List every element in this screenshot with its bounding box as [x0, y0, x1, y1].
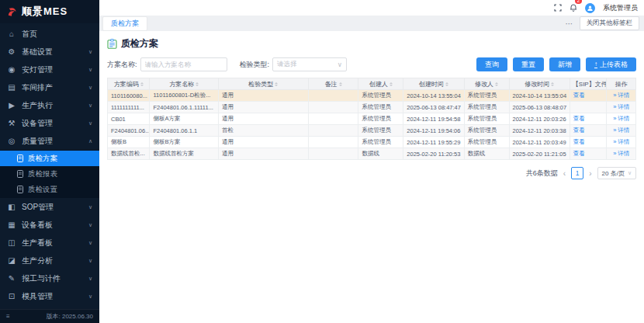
sort-caret-icon[interactable]: [140, 81, 144, 88]
sidebar-item-production-analysis[interactable]: ◪ 生产分析 ∨: [0, 252, 99, 269]
cell-remark: [308, 137, 358, 148]
inspection-plan-table: 方案编码 方案名称 检验类型 备注 创建人 创建时间 修改人 修改时间 【SIP…: [107, 78, 636, 160]
cell-name: 数据线首检方案: [150, 148, 219, 160]
detail-link[interactable]: 详情: [618, 115, 629, 122]
sidebar-item-label: 基础设置: [22, 47, 53, 57]
avatar[interactable]: [585, 3, 595, 13]
sidebar-item-mold[interactable]: ⊡ 模具管理 ∨: [0, 287, 99, 305]
next-page-icon[interactable]: ›: [589, 169, 591, 178]
sidebar-subitem-label: 质检设置: [28, 185, 57, 195]
sidebar-item-equipment-board[interactable]: ▦ 设备看板 ∨: [0, 216, 99, 234]
upload-icon: ↑: [594, 61, 597, 68]
tab-inspection-plan[interactable]: 质检方案: [102, 16, 147, 31]
cell-modifier: 系统管理员: [464, 113, 509, 125]
sidebar-subitem-inspection-plan[interactable]: 质检方案: [0, 151, 99, 166]
detail-link[interactable]: 详情: [618, 138, 629, 145]
detail-link[interactable]: 详情: [618, 92, 629, 99]
chevron-down-icon: ∨: [88, 293, 92, 300]
table-row[interactable]: 数据线首检... 数据线首检方案 通用 数据线 2025-02-20 11:20…: [108, 148, 636, 160]
sidebar-item-label: 生产看板: [22, 238, 53, 248]
sort-caret-icon[interactable]: [551, 81, 554, 88]
detail-link[interactable]: 详情: [618, 127, 629, 134]
table-row[interactable]: 侧板B 侧板B方案 通用 系统管理员 2024-12-11 19:55:29 系…: [108, 137, 636, 148]
cell-name: 11011600801-D检验...: [150, 90, 219, 102]
sidebar-item-equipment[interactable]: ⚒ 设备管理 ∨: [0, 114, 99, 132]
sidebar-item-base-settings[interactable]: ⚙ 基础设置 ∨: [0, 43, 99, 61]
page-number-button[interactable]: 1: [571, 167, 583, 179]
cell-name: 侧板A方案: [150, 113, 219, 125]
close-other-tabs-button[interactable]: 关闭其他标签栏: [580, 16, 640, 30]
inspection-type-label: 检验类型:: [240, 60, 270, 70]
sort-caret-icon[interactable]: [196, 81, 199, 88]
table-row[interactable]: CB01 侧板A方案 通用 系统管理员 2024-12-11 19:54:58 …: [108, 113, 636, 125]
sort-caret-icon[interactable]: [339, 81, 342, 88]
detail-arrow-icon: »: [613, 150, 616, 157]
table-row[interactable]: 1101160080... 11011600801-D检验... 通用 系统管理…: [108, 90, 636, 102]
sip-view-link[interactable]: 查看: [573, 127, 585, 134]
cell-remark: [308, 102, 358, 113]
cell-type: 首检: [218, 125, 308, 137]
col-header-code: 方案编码: [108, 78, 150, 90]
collapse-sidebar-icon[interactable]: ≡: [6, 313, 10, 320]
total-count-label: 共6条数据: [526, 168, 558, 179]
cell-modified: 2024-12-11 20:03:38: [509, 125, 570, 137]
cell-type: 通用: [218, 137, 308, 148]
chevron-down-icon: ∨: [88, 222, 92, 228]
sort-caret-icon[interactable]: [390, 81, 393, 88]
cell-created: 2024-12-11 19:54:06: [403, 125, 464, 137]
table-row[interactable]: 1111111111... F2404801.06.1.11111... 通用 …: [108, 102, 636, 113]
cell-type: 通用: [218, 113, 308, 125]
page-size-select[interactable]: 20 条/页 ∨: [597, 167, 636, 179]
prev-page-icon[interactable]: ‹: [563, 169, 566, 178]
sidebar-item-home[interactable]: ⌂ 首页: [0, 25, 99, 43]
cell-creator: 系统管理员: [358, 102, 403, 113]
sidebar-item-piecework[interactable]: ✎ 报工与计件 ∨: [0, 269, 99, 287]
sidebar-item-production-board[interactable]: ◫ 生产看板 ∨: [0, 234, 99, 252]
sidebar-item-sop[interactable]: ◧ SOP管理 ∨: [0, 198, 99, 216]
chevron-down-icon: ∨: [628, 170, 632, 176]
sip-view-link[interactable]: 查看: [573, 150, 585, 157]
sort-caret-icon[interactable]: [495, 81, 498, 88]
sip-view-link[interactable]: 查看: [573, 92, 585, 99]
cell-modifier: 系统管理员: [464, 90, 509, 102]
sidebar-subitem-inspection-report[interactable]: 质检报表: [0, 166, 99, 182]
detail-arrow-icon: »: [613, 115, 616, 122]
detail-link[interactable]: 详情: [618, 103, 629, 110]
chevron-down-icon: ∨: [338, 61, 342, 68]
tab-more-icon[interactable]: ⋯: [566, 19, 573, 28]
col-header-created: 创建时间: [403, 78, 464, 90]
sip-view-link[interactable]: 查看: [573, 138, 585, 145]
clipboard-icon: [107, 39, 117, 49]
detail-link[interactable]: 详情: [618, 150, 629, 157]
sidebar-item-execution[interactable]: ▶ 生产执行 ∨: [0, 96, 99, 114]
sort-caret-icon[interactable]: [275, 81, 278, 88]
cell-name: F2404801.06.1.1: [150, 125, 219, 137]
sip-view-link[interactable]: 查看: [573, 115, 585, 122]
query-button[interactable]: 查询: [476, 57, 507, 71]
chevron-down-icon: ∨: [88, 120, 92, 127]
cell-creator: 系统管理员: [358, 90, 403, 102]
dashboard-icon: ▦: [7, 221, 16, 229]
mold-icon: ⊡: [7, 292, 16, 300]
cell-name: F2404801.06.1.11111...: [150, 102, 219, 113]
fullscreen-icon[interactable]: [554, 4, 562, 12]
sidebar-item-scheduling[interactable]: ▤ 车间排产 ∨: [0, 78, 99, 96]
add-button[interactable]: 新增: [549, 57, 580, 71]
sort-caret-icon[interactable]: [445, 81, 448, 88]
table-row[interactable]: F2404801.06... F2404801.06.1.1 首检 系统管理员 …: [108, 125, 636, 137]
sidebar-item-quality[interactable]: ◎ 质量管理 ∧: [0, 132, 99, 150]
app-title: 顺景MES: [22, 5, 68, 19]
username-label[interactable]: 系统管理员: [603, 3, 638, 13]
plan-name-input[interactable]: [140, 57, 227, 71]
chevron-down-icon: ∨: [88, 102, 92, 109]
reset-button[interactable]: 重置: [513, 57, 544, 71]
notifications-bell-icon[interactable]: 2: [570, 1, 577, 15]
cell-remark: [308, 113, 358, 125]
sidebar-subitem-inspection-settings[interactable]: 质检设置: [0, 182, 99, 197]
table-header-row: 方案编码 方案名称 检验类型 备注 创建人 创建时间 修改人 修改时间 【SIP…: [108, 78, 636, 90]
cell-remark: [308, 125, 358, 137]
upload-table-button[interactable]: ↑ 上传表格: [586, 57, 636, 71]
sidebar: 顺景MES ⌂ 首页 ⚙ 基础设置 ∨ ◉ 安灯管理 ∨ ▤ 车间排产 ∨: [0, 0, 99, 323]
sidebar-item-andon[interactable]: ◉ 安灯管理 ∨: [0, 61, 99, 78]
inspection-type-select[interactable]: 请选择 ∨: [272, 57, 347, 71]
